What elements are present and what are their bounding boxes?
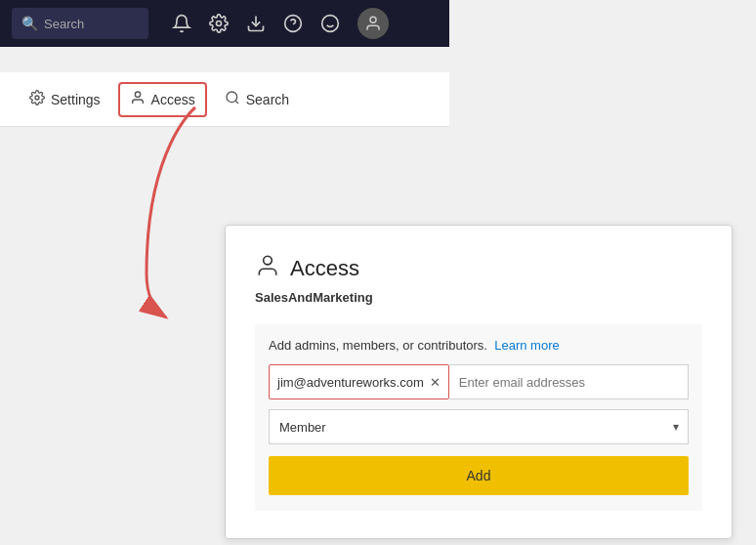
access-panel: Access SalesAndMarketing Add admins, mem… <box>225 225 733 539</box>
search-box[interactable]: 🔍 <box>12 8 148 39</box>
learn-more-link[interactable]: Learn more <box>494 338 559 353</box>
svg-point-9 <box>135 92 140 97</box>
search-icon: 🔍 <box>21 16 38 31</box>
email-tag-text: jim@adventureworks.com <box>277 375 424 390</box>
access-person-icon <box>130 90 146 109</box>
svg-point-7 <box>370 17 376 22</box>
access-nav-item[interactable]: Access <box>118 82 207 117</box>
add-button[interactable]: Add <box>269 456 689 495</box>
add-desc-text: Add admins, members, or contributors. Le… <box>269 338 689 353</box>
settings-icon[interactable] <box>209 14 229 33</box>
svg-point-13 <box>264 256 273 265</box>
svg-point-8 <box>35 96 39 100</box>
settings-nav-item[interactable]: Settings <box>20 84 110 115</box>
svg-point-10 <box>227 92 237 103</box>
bell-icon[interactable] <box>172 14 191 33</box>
settings-label: Settings <box>51 92 101 107</box>
svg-point-4 <box>322 16 339 32</box>
svg-line-11 <box>235 101 238 104</box>
access-label: Access <box>151 92 195 107</box>
svg-point-0 <box>217 21 222 26</box>
role-select[interactable]: Member Admin Contributor Viewer <box>269 409 689 444</box>
topbar: 🔍 <box>0 0 449 47</box>
remove-email-button[interactable]: ✕ <box>430 376 441 389</box>
workspace-name: SalesAndMarketing <box>255 290 702 305</box>
search-nav-item[interactable]: Search <box>215 84 299 114</box>
access-panel-title: Access <box>290 256 359 281</box>
access-title-icon <box>255 253 280 284</box>
avatar[interactable] <box>357 8 389 39</box>
email-row: jim@adventureworks.com ✕ <box>269 364 689 399</box>
email-tag[interactable]: jim@adventureworks.com ✕ <box>269 364 449 399</box>
emoji-icon[interactable] <box>320 14 340 33</box>
settings-gear-icon <box>29 90 45 109</box>
search-nav-label: Search <box>246 92 289 107</box>
topbar-icons <box>172 8 389 39</box>
help-icon[interactable] <box>283 14 303 33</box>
download-icon[interactable] <box>246 14 266 33</box>
role-select-wrapper: Member Admin Contributor Viewer ▾ <box>269 409 689 444</box>
settings-bar: Settings Access Search <box>0 72 449 127</box>
email-input[interactable] <box>449 364 689 399</box>
add-description: Add admins, members, or contributors. Le… <box>255 324 702 511</box>
access-title: Access <box>255 253 702 284</box>
add-desc-main-text: Add admins, members, or contributors. <box>269 338 487 353</box>
search-nav-icon <box>225 90 240 108</box>
search-input[interactable] <box>44 17 132 31</box>
